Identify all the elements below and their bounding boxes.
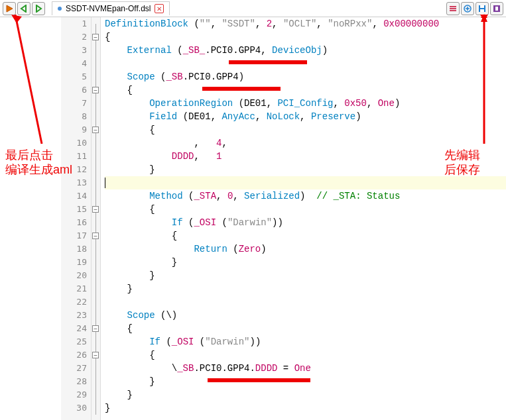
code-line[interactable]: {: [105, 322, 506, 335]
line-number: 19: [61, 256, 87, 269]
compile-button[interactable]: [3, 2, 16, 15]
line-number: 27: [61, 362, 87, 375]
fold-toggle[interactable]: −: [92, 34, 99, 40]
code-line[interactable]: }: [105, 282, 506, 295]
line-number: 10: [61, 136, 87, 150]
code-line[interactable]: {: [105, 348, 506, 362]
svg-rect-4: [450, 8, 456, 9]
line-number: 6: [61, 83, 87, 97]
line-number: 4: [61, 57, 87, 70]
left-margin: [0, 17, 61, 420]
nav-forward-button[interactable]: [32, 2, 45, 15]
tab-title: SSDT-NVMEpan-Off.dsl: [66, 4, 151, 13]
fold-toggle[interactable]: −: [92, 87, 99, 93]
line-number: 13: [61, 176, 87, 189]
code-line[interactable]: }: [105, 163, 506, 176]
line-number: 17: [61, 229, 87, 242]
svg-rect-3: [450, 6, 456, 7]
line-number: 22: [61, 295, 87, 309]
line-number: 21: [61, 282, 87, 295]
code-line[interactable]: }: [105, 256, 506, 269]
fold-toggle[interactable]: −: [92, 127, 99, 133]
code-line[interactable]: Scope (_SB.PCI0.GPP4): [105, 70, 506, 83]
line-number: 28: [61, 375, 87, 388]
code-line[interactable]: {: [105, 203, 506, 216]
svg-marker-0: [7, 5, 13, 12]
line-number: 23: [61, 309, 87, 322]
bookmark-button[interactable]: [490, 2, 503, 15]
line-number: 20: [61, 269, 87, 282]
code-line[interactable]: Return (Zero): [105, 242, 506, 256]
svg-marker-2: [36, 5, 41, 12]
add-button[interactable]: [461, 2, 474, 15]
svg-rect-5: [450, 10, 456, 11]
line-number: 26: [61, 348, 87, 362]
line-number: 15: [61, 203, 87, 216]
line-number: 5: [61, 70, 87, 83]
svg-marker-1: [21, 5, 26, 12]
underline-2: [202, 87, 281, 91]
line-number: 14: [61, 189, 87, 203]
file-tab[interactable]: SSDT-NVMEpan-Off.dsl ✕: [52, 1, 170, 15]
line-number: 30: [61, 401, 87, 415]
line-number: 29: [61, 388, 87, 401]
line-number: 11: [61, 150, 87, 163]
code-line[interactable]: OperationRegion (DE01, PCI_Config, 0x50,…: [105, 97, 506, 110]
underline-1: [229, 60, 307, 64]
line-number: 12: [61, 163, 87, 176]
code-line[interactable]: Field (DE01, AnyAcc, NoLock, Preserve): [105, 110, 506, 123]
code-line[interactable]: [105, 295, 506, 309]
toolbar: SSDT-NVMEpan-Off.dsl ✕: [0, 0, 506, 17]
code-line[interactable]: DefinitionBlock ("", "SSDT", 2, "OCLT", …: [105, 17, 506, 30]
code-line[interactable]: {: [105, 30, 506, 44]
code-line[interactable]: }: [105, 269, 506, 282]
line-number: 1: [61, 17, 87, 30]
code-line[interactable]: \_SB.PCI0.GPP4.DDDD = One: [105, 362, 506, 375]
line-number: 24: [61, 322, 87, 335]
code-line[interactable]: {: [105, 123, 506, 136]
line-number-gutter: 1234567891011121314151617181920212223242…: [61, 17, 92, 420]
list-button[interactable]: [446, 2, 460, 15]
code-line[interactable]: {: [105, 83, 506, 97]
code-area[interactable]: DefinitionBlock ("", "SSDT", 2, "OCLT", …: [101, 17, 506, 420]
nav-back-button[interactable]: [17, 2, 31, 15]
svg-rect-11: [480, 9, 484, 12]
line-number: 3: [61, 44, 87, 57]
line-number: 9: [61, 123, 87, 136]
line-number: 25: [61, 335, 87, 348]
fold-toggle[interactable]: −: [92, 352, 99, 358]
svg-rect-10: [480, 5, 484, 8]
fold-column: −−−−−−−: [92, 17, 101, 420]
code-line[interactable]: If (_OSI ("Darwin")): [105, 335, 506, 348]
underline-3: [208, 378, 310, 382]
line-number: 18: [61, 242, 87, 256]
code-line[interactable]: DDDD, 1: [105, 150, 506, 163]
editor: 1234567891011121314151617181920212223242…: [0, 17, 506, 420]
code-line[interactable]: }: [105, 401, 506, 415]
code-line[interactable]: If (_OSI ("Darwin")): [105, 216, 506, 229]
code-line[interactable]: Method (_STA, 0, Serialized) // _STA: St…: [105, 189, 506, 203]
code-line[interactable]: , 4,: [105, 136, 506, 150]
code-line[interactable]: [105, 176, 506, 189]
code-line[interactable]: {: [105, 229, 506, 242]
line-number: 2: [61, 30, 87, 44]
line-number: 8: [61, 110, 87, 123]
line-number: 16: [61, 216, 87, 229]
code-line[interactable]: Scope (\): [105, 309, 506, 322]
svg-rect-13: [495, 7, 498, 11]
code-line[interactable]: External (_SB_.PCI0.GPP4, DeviceObj): [105, 44, 506, 57]
code-line[interactable]: }: [105, 388, 506, 401]
fold-toggle[interactable]: −: [92, 325, 99, 332]
save-button[interactable]: [475, 2, 489, 15]
fold-toggle[interactable]: −: [92, 233, 99, 239]
fold-toggle[interactable]: −: [92, 206, 99, 213]
tab-close-button[interactable]: ✕: [155, 4, 164, 13]
modified-dot-icon: [58, 7, 62, 11]
line-number: 7: [61, 97, 87, 110]
